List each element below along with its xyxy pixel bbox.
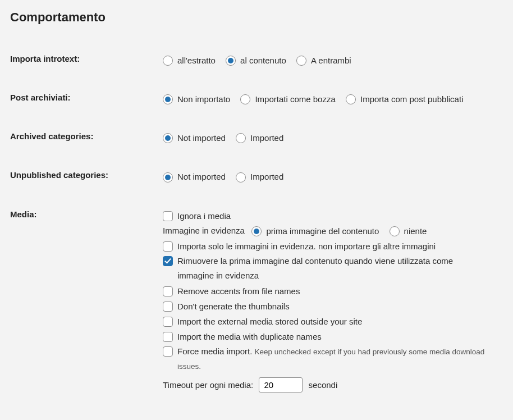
radio-label: Imported — [250, 131, 283, 145]
checkbox-icon — [163, 211, 173, 221]
label-unpublished-categories: Unpublished categories: — [10, 169, 163, 180]
force-media-import-checkbox[interactable]: Force media import. Keep unchecked excep… — [163, 344, 488, 374]
controls-media: Ignora i media Immagine in evidenza prim… — [163, 208, 496, 392]
archived-posts-not-imported[interactable]: Non importato — [163, 92, 230, 107]
radio-icon — [236, 172, 246, 182]
archived-posts-published[interactable]: Importa com post pubblicati — [346, 92, 463, 107]
external-media-checkbox[interactable]: Import the external media stored outside… — [163, 314, 362, 329]
radio-label: Non importato — [177, 92, 230, 107]
radio-label: Importa com post pubblicati — [360, 92, 463, 107]
remove-first-image-checkbox[interactable]: Rimuovere la prima immagine dal contenut… — [163, 254, 488, 284]
section-title: Comportamento — [10, 10, 496, 25]
radio-icon — [226, 56, 236, 66]
unpub-cat-imported[interactable]: Imported — [236, 170, 283, 184]
timeout-label: Timeout per ogni media: — [163, 380, 253, 390]
checkbox-label: Import the external media stored outside… — [177, 314, 362, 329]
controls-archived-categories: Not imported Imported — [163, 130, 496, 145]
label-archived-posts: Post archiviati: — [10, 92, 163, 102]
radio-icon — [163, 133, 173, 143]
featured-none[interactable]: niente — [390, 224, 427, 239]
label-introtext: Importa introtext: — [10, 53, 163, 63]
radio-icon — [236, 133, 246, 143]
radio-label: al contenuto — [240, 53, 286, 68]
radio-icon — [163, 56, 173, 66]
radio-label: prima immagine del contenuto — [266, 224, 379, 239]
radio-icon — [390, 226, 400, 236]
only-featured-checkbox[interactable]: Importa solo le immagini in evidenza. no… — [163, 239, 436, 254]
timeout-input[interactable] — [259, 377, 303, 392]
radio-icon — [240, 94, 250, 104]
introtext-option-content[interactable]: al contenuto — [226, 53, 286, 68]
checkbox-label: Importa solo le immagini in evidenza. no… — [177, 239, 436, 254]
checkbox-label: Remove accents from file names — [177, 284, 300, 299]
checkbox-icon — [163, 302, 173, 312]
controls-archived-posts: Non importato Importati come bozza Impor… — [163, 92, 496, 107]
radio-label: Importati come bozza — [255, 92, 335, 107]
checkbox-icon — [163, 256, 173, 266]
radio-label: Not imported — [177, 131, 226, 145]
radio-icon — [251, 226, 262, 236]
archived-cat-imported[interactable]: Imported — [236, 131, 283, 145]
archived-cat-not-imported[interactable]: Not imported — [163, 131, 226, 145]
timeout-unit: secondi — [309, 380, 338, 390]
checkbox-icon — [163, 286, 173, 296]
introtext-option-both[interactable]: A entrambi — [296, 53, 351, 68]
row-archived-posts: Post archiviati: Non importato Importati… — [10, 92, 496, 107]
checkbox-icon — [163, 332, 173, 342]
radio-icon — [346, 94, 356, 104]
label-media: Media: — [10, 208, 163, 219]
radio-icon — [163, 94, 173, 104]
radio-label: all'estratto — [177, 53, 216, 68]
archived-posts-draft[interactable]: Importati come bozza — [240, 92, 335, 107]
row-unpublished-categories: Unpublished categories: Not imported Imp… — [10, 169, 496, 184]
checkbox-label: Force media import. Keep unchecked excep… — [177, 344, 488, 374]
remove-accents-checkbox[interactable]: Remove accents from file names — [163, 284, 300, 299]
no-thumbnails-checkbox[interactable]: Don't generate the thumbnails — [163, 299, 290, 314]
radio-icon — [163, 172, 173, 182]
introtext-option-excerpt[interactable]: all'estratto — [163, 53, 216, 68]
checkbox-icon — [163, 346, 173, 357]
featured-first-content[interactable]: prima immagine del contenuto — [251, 224, 379, 239]
media-skip-checkbox[interactable]: Ignora i media — [163, 209, 231, 223]
controls-introtext: all'estratto al contenuto A entrambi — [163, 53, 496, 68]
radio-label: A entrambi — [311, 53, 351, 68]
row-archived-categories: Archived categories: Not imported Import… — [10, 130, 496, 145]
checkbox-icon — [163, 241, 173, 252]
radio-label: Imported — [250, 170, 283, 184]
label-archived-categories: Archived categories: — [10, 130, 163, 141]
duplicate-names-checkbox[interactable]: Import the media with duplicate names — [163, 330, 322, 344]
checkbox-label: Ignora i media — [177, 209, 231, 223]
checkbox-label: Don't generate the thumbnails — [177, 299, 290, 314]
radio-label: Not imported — [177, 170, 226, 184]
radio-label: niente — [404, 224, 427, 239]
checkbox-label: Import the media with duplicate names — [177, 330, 322, 344]
row-introtext: Importa introtext: all'estratto al conte… — [10, 53, 496, 68]
checkbox-icon — [163, 317, 173, 327]
checkbox-label: Rimuovere la prima immagine dal contenut… — [177, 254, 488, 284]
radio-icon — [296, 56, 306, 66]
featured-image-label: Immagine in evidenza — [163, 226, 245, 235]
row-media: Media: Ignora i media Immagine in eviden… — [10, 208, 496, 392]
controls-unpublished-categories: Not imported Imported — [163, 169, 496, 184]
unpub-cat-not-imported[interactable]: Not imported — [163, 170, 226, 184]
